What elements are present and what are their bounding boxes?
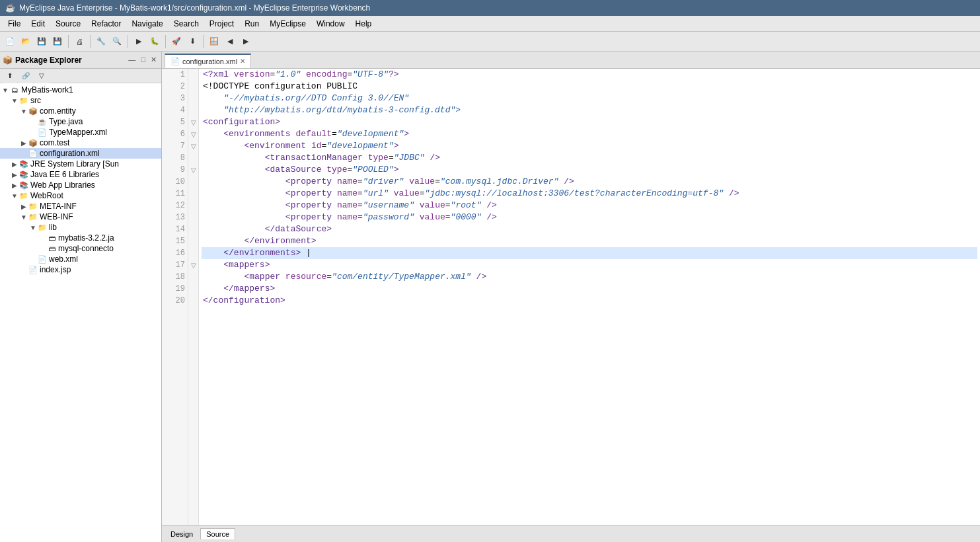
toolbar-new[interactable]: 📄 [3, 34, 17, 49]
toolbar-perspective[interactable]: 🪟 [207, 34, 221, 49]
toolbar-save[interactable]: 💾 [34, 34, 49, 49]
code-line-6[interactable]: <environments default="development"> [202, 128, 977, 140]
toolbar-refactor[interactable]: 🔧 [94, 34, 108, 49]
menu-item-source[interactable]: Source [50, 18, 86, 30]
code-line-5[interactable]: <configuration> [202, 116, 977, 128]
tree-item-meta-inf[interactable]: ▶📁META-INF [0, 201, 161, 212]
code-line-8[interactable]: <transactionManager type="JDBC" /> [202, 152, 977, 164]
menu-item-navigate[interactable]: Navigate [126, 18, 168, 30]
line-num-2: 2 [162, 81, 188, 93]
line-num-5: 5 [162, 116, 188, 128]
editor-tab-config-xml[interactable]: 📄configuration.xml✕ [165, 54, 251, 68]
toolbar-undeploy[interactable]: ⬇ [185, 34, 200, 49]
code-line-18[interactable]: <mapper resource="com/entity/TypeMapper.… [202, 271, 977, 283]
tree-arrow-webroot: ▼ [11, 192, 19, 200]
code-line-20[interactable]: </configuration> [202, 295, 977, 307]
code-line-9[interactable]: <dataSource type="POOLED"> [202, 164, 977, 176]
code-line-17[interactable]: <mappers> [202, 259, 977, 271]
bottom-tab-design[interactable]: Design [165, 528, 199, 540]
fold-marker-17[interactable]: ▽ [188, 259, 199, 271]
pkg-minimize-btn[interactable]: — [126, 55, 137, 65]
pkg-maximize-btn[interactable]: □ [139, 55, 147, 65]
line-num-12: 12 [162, 200, 188, 212]
tree-label-index-jsp: index.jsp [40, 265, 71, 274]
code-area[interactable]: <?xml version="1.0" encoding="UTF-8"?><!… [199, 69, 980, 525]
pkg-close-btn[interactable]: ✕ [149, 55, 159, 65]
menu-item-search[interactable]: Search [169, 18, 204, 30]
tree-item-mybatis-jar[interactable]: 🗃mybatis-3.2.2.ja [0, 233, 161, 243]
tree-icon-mysql-jar: 🗃 [46, 245, 57, 252]
tree-item-type-java[interactable]: ☕Type.java [0, 116, 161, 127]
tree-item-webapp-lib[interactable]: ▶📚Web App Libraries [0, 180, 161, 190]
fold-marker-9[interactable]: ▽ [188, 164, 199, 176]
tree-item-typemapper-xml[interactable]: 📄TypeMapper.xml [0, 127, 161, 137]
menu-item-window[interactable]: Window [311, 18, 350, 30]
tab-label-config-xml: configuration.xml [182, 58, 237, 65]
tree-item-src[interactable]: ▼📁src [0, 95, 161, 106]
tree-item-webroot[interactable]: ▼📁WebRoot [0, 190, 161, 201]
bottom-tab-source[interactable]: Source [200, 528, 235, 539]
tree-item-javaee-lib[interactable]: ▶📚Java EE 6 Libraries [0, 169, 161, 180]
code-line-7[interactable]: <environment id="development"> [202, 140, 977, 152]
tree-item-lib-folder[interactable]: ▼📁lib [0, 222, 161, 233]
toolbar-print[interactable]: 🖨 [72, 34, 87, 49]
code-line-10[interactable]: <property name="driver" value="com.mysql… [202, 176, 977, 188]
toolbar-deploy[interactable]: 🚀 [169, 34, 184, 49]
code-line-2[interactable]: <!DOCTYPE configuration PUBLIC [202, 81, 977, 93]
fold-marker-7[interactable]: ▽ [188, 140, 199, 152]
code-line-19[interactable]: </mappers> [202, 283, 977, 295]
line-num-4: 4 [162, 104, 188, 116]
toolbar-prev-edit[interactable]: ◀ [223, 34, 237, 49]
menu-item-myeclipse[interactable]: MyEclipse [264, 18, 311, 30]
toolbar-open[interactable]: 📂 [19, 34, 33, 49]
fold-marker-6[interactable]: ▽ [188, 128, 199, 140]
menu-bar: FileEditSourceRefactorNavigateSearchProj… [0, 16, 980, 32]
toolbar-run[interactable]: ▶ [132, 34, 146, 49]
tree-icon-src: 📁 [19, 97, 29, 105]
toolbar-search[interactable]: 🔍 [110, 34, 124, 49]
code-line-11[interactable]: <property name="url" value="jdbc:mysql:/… [202, 188, 977, 200]
menu-item-help[interactable]: Help [350, 18, 377, 30]
pkg-collapse-all[interactable]: ⬆ [3, 69, 17, 83]
tree-item-com-test[interactable]: ▶📦com.test [0, 137, 161, 148]
menu-item-run[interactable]: Run [239, 18, 264, 30]
pkg-menu[interactable]: ▽ [34, 69, 49, 83]
package-explorer-panel: 📦 Package Explorer — □ ✕ ⬆ 🔗 ▽ ▼🗂MyBatis… [0, 52, 162, 542]
menu-item-project[interactable]: Project [204, 18, 239, 30]
tree-item-jre-lib[interactable]: ▶📚JRE System Library [Sun [0, 159, 161, 169]
code-line-15[interactable]: </environment> [202, 235, 977, 247]
tree-item-web-inf[interactable]: ▼📁WEB-INF [0, 212, 161, 222]
toolbar-debug[interactable]: 🐛 [147, 34, 162, 49]
tree-item-index-jsp[interactable]: 📄index.jsp [0, 264, 161, 275]
code-line-14[interactable]: </dataSource> [202, 223, 977, 235]
tree-item-mysql-jar[interactable]: 🗃mysql-connecto [0, 243, 161, 254]
menu-item-file[interactable]: File [3, 18, 26, 30]
fold-marker-4 [188, 104, 199, 116]
tree-arrow-mybatis-work1: ▼ [1, 87, 9, 94]
code-line-1[interactable]: <?xml version="1.0" encoding="UTF-8"?> [202, 69, 977, 81]
menu-item-edit[interactable]: Edit [26, 18, 50, 30]
tree-label-com-test: com.test [40, 138, 69, 147]
code-line-3[interactable]: "-//mybatis.org//DTD Config 3.0//EN" [202, 93, 977, 104]
toolbar-next-edit[interactable]: ▶ [239, 34, 253, 49]
fold-marker-5[interactable]: ▽ [188, 116, 199, 128]
toolbar-save-all[interactable]: 💾 [50, 34, 65, 49]
tree-item-mybatis-work1[interactable]: ▼🗂MyBatis-work1 [0, 85, 161, 95]
tree-label-mybatis-work1: MyBatis-work1 [21, 85, 73, 95]
tree-item-web-xml[interactable]: 📄web.xml [0, 254, 161, 264]
line-num-14: 14 [162, 223, 188, 235]
tree-arrow-webapp-lib: ▶ [11, 182, 19, 189]
tab-close-config-xml[interactable]: ✕ [240, 58, 245, 65]
pkg-link-editor[interactable]: 🔗 [19, 69, 33, 83]
code-line-13[interactable]: <property name="password" value="0000" /… [202, 212, 977, 223]
code-line-4[interactable]: "http://mybatis.org/dtd/mybatis-3-config… [202, 104, 977, 116]
fold-gutter: ▽▽▽▽▽ [188, 69, 199, 525]
tree-label-meta-inf: META-INF [40, 202, 77, 211]
code-line-12[interactable]: <property name="username" value="root" /… [202, 200, 977, 212]
tree-icon-web-xml: 📄 [37, 255, 48, 264]
menu-item-refactor[interactable]: Refactor [86, 18, 126, 30]
tree-item-config-xml[interactable]: 📄configuration.xml [0, 148, 161, 159]
editor-content: 1234567891011121314151617181920 ▽▽▽▽▽ <?… [162, 69, 980, 525]
tree-item-com-entity[interactable]: ▼📦com.entity [0, 106, 161, 116]
code-line-16[interactable]: </environments> | [202, 247, 977, 259]
